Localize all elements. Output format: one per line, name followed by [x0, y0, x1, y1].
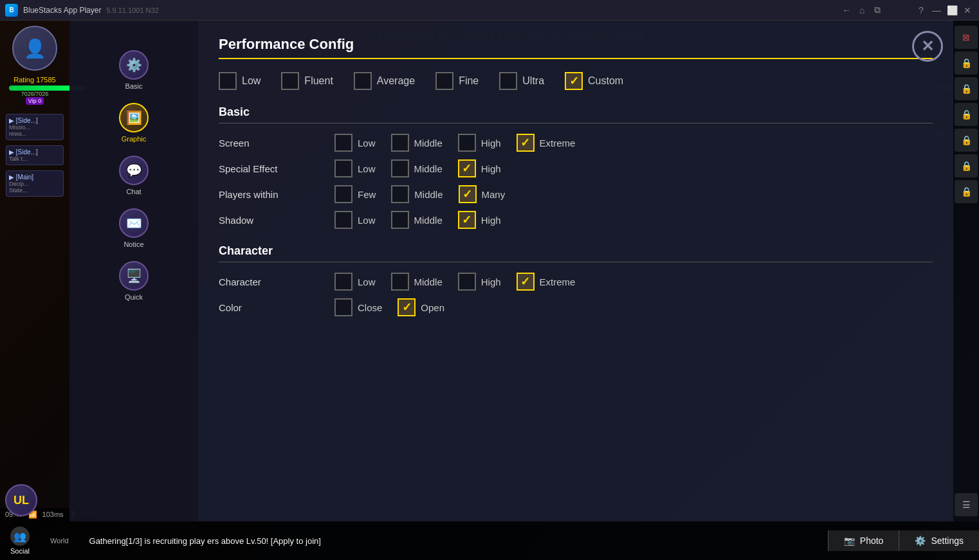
perf-option-low[interactable]: Low — [219, 72, 261, 90]
checkbox-character-middle[interactable] — [391, 273, 409, 291]
modal-title: Performance Config — [219, 36, 933, 59]
right-sidebar-btn-6: 🔒 — [955, 154, 978, 177]
checkbox-special-high[interactable] — [458, 159, 476, 177]
basic-section: Basic Screen Low Middle — [219, 105, 933, 229]
right-sidebar-drone: 🔒 — [955, 51, 978, 75]
color-opt-open[interactable]: Open — [398, 298, 444, 316]
special-effect-options: Low Middle High — [334, 159, 933, 177]
player-avatar[interactable]: 👤 — [12, 26, 57, 71]
label-fluent: Fluent — [304, 75, 333, 87]
right-sidebar-btn-5: 🔒 — [955, 129, 978, 152]
social-button[interactable]: 👥 Social — [0, 527, 40, 555]
screen-opt-extreme[interactable]: Extreme — [517, 134, 576, 152]
settings-icon: ⚙️ — [915, 536, 926, 546]
perf-option-fine[interactable]: Fine — [435, 72, 479, 90]
ul-badge[interactable]: UL — [5, 484, 37, 516]
nav-panel: ⚙️ Basic 🖼️ Graphic 💬 Chat ✉️ Notice 🖥️ … — [69, 21, 198, 521]
shadow-middle-label: Middle — [414, 215, 443, 226]
perf-option-average[interactable]: Average — [354, 72, 415, 90]
settings-button[interactable]: ⚙️ Settings — [899, 530, 979, 551]
checkbox-color-open[interactable] — [398, 298, 416, 316]
screen-opt-low[interactable]: Low — [334, 134, 376, 152]
checkbox-screen-low[interactable] — [334, 134, 352, 152]
photo-button[interactable]: 📷 Photo — [828, 530, 899, 551]
screen-extreme-label: Extreme — [540, 138, 576, 149]
help-button[interactable]: ? — [915, 4, 928, 17]
restore-button[interactable]: ⬜ — [946, 4, 958, 17]
shadow-opt-middle[interactable]: Middle — [391, 211, 443, 229]
titlebar: B BlueStacks App Player 5.9.11.1001 N32 … — [0, 0, 979, 21]
nav-chat[interactable]: 💬 Chat — [115, 152, 152, 199]
label-custom: Custom — [588, 75, 623, 87]
checkbox-players-few[interactable] — [334, 185, 352, 203]
quest-item-3[interactable]: ▶ [Main] Decip... State... — [6, 170, 64, 197]
quest-item-1[interactable]: ▶ [Side...] Missio... rewa... — [6, 114, 64, 140]
checkbox-special-low[interactable] — [334, 159, 352, 177]
checkbox-average[interactable] — [354, 72, 372, 90]
character-row: Character Low Middle High — [219, 273, 933, 291]
checkbox-screen-middle[interactable] — [391, 134, 409, 152]
character-opt-high[interactable]: High — [458, 273, 501, 291]
special-opt-middle[interactable]: Middle — [391, 159, 443, 177]
color-opt-close[interactable]: Close — [334, 298, 382, 316]
nav-quick[interactable]: 🖥️ Quick — [115, 257, 152, 305]
shadow-opt-high[interactable]: High — [458, 211, 501, 229]
content-panel: ✕ Performance Config Low Fluent Average — [198, 21, 953, 521]
nav-graphic[interactable]: 🖼️ Graphic — [115, 99, 152, 147]
special-effect-label: Special Effect — [219, 163, 334, 174]
modal-overlay: ⚙️ Basic 🖼️ Graphic 💬 Chat ✉️ Notice 🖥️ … — [69, 21, 953, 521]
perf-option-custom[interactable]: Custom — [565, 72, 623, 90]
special-opt-low[interactable]: Low — [334, 159, 376, 177]
world-button[interactable]: World — [40, 537, 79, 545]
checkbox-players-middle[interactable] — [391, 185, 409, 203]
checkbox-custom[interactable] — [565, 72, 583, 90]
checkbox-players-many[interactable] — [459, 185, 477, 203]
players-opt-middle[interactable]: Middle — [391, 185, 443, 203]
screen-opt-middle[interactable]: Middle — [391, 134, 443, 152]
checkbox-shadow-low[interactable] — [334, 211, 352, 229]
players-opt-few[interactable]: Few — [334, 185, 376, 203]
label-average: Average — [377, 75, 415, 87]
modal-close-button[interactable]: ✕ — [912, 31, 943, 62]
back-button[interactable]: ← — [840, 4, 853, 17]
character-opt-middle[interactable]: Middle — [391, 273, 443, 291]
right-sidebar-btn-1[interactable]: ⊠ — [955, 26, 978, 49]
checkbox-screen-high[interactable] — [458, 134, 476, 152]
nav-notice[interactable]: ✉️ Notice — [115, 204, 152, 252]
minimize-button[interactable]: — — [930, 4, 943, 17]
checkbox-fluent[interactable] — [281, 72, 299, 90]
perf-option-ultra[interactable]: Ultra — [499, 72, 544, 90]
right-sidebar-settings[interactable]: ☰ — [955, 493, 978, 516]
checkbox-fine[interactable] — [435, 72, 453, 90]
checkbox-character-high[interactable] — [458, 273, 476, 291]
color-options: Close Open — [334, 298, 933, 316]
nav-basic[interactable]: ⚙️ Basic — [115, 46, 152, 94]
character-opt-low[interactable]: Low — [334, 273, 376, 291]
checkbox-character-extreme[interactable] — [517, 273, 535, 291]
perf-option-fluent[interactable]: Fluent — [281, 72, 333, 90]
close-window-button[interactable]: ✕ — [961, 4, 974, 17]
home-button[interactable]: ⌂ — [855, 4, 868, 17]
shadow-opt-low[interactable]: Low — [334, 211, 376, 229]
character-opt-extreme[interactable]: Extreme — [517, 273, 576, 291]
checkbox-low[interactable] — [219, 72, 237, 90]
quick-icon: 🖥️ — [119, 261, 149, 291]
quest-title-3: ▶ [Main] — [9, 174, 60, 181]
checkbox-ultra[interactable] — [499, 72, 517, 90]
graphic-icon: 🖼️ — [119, 103, 149, 132]
checkbox-screen-extreme[interactable] — [517, 134, 535, 152]
checkbox-color-close[interactable] — [334, 298, 352, 316]
quest-item-2[interactable]: ▶ [Side...] Talk t... — [6, 145, 64, 165]
checkbox-special-middle[interactable] — [391, 159, 409, 177]
character-low-label: Low — [358, 276, 376, 287]
titlebar-controls: ← ⌂ ⧉ ? — ⬜ ✕ — [840, 4, 974, 17]
color-open-label: Open — [421, 302, 444, 313]
checkbox-shadow-high[interactable] — [458, 211, 476, 229]
players-opt-many[interactable]: Many — [459, 185, 506, 203]
special-opt-high[interactable]: High — [458, 159, 501, 177]
screen-high-label: High — [481, 138, 501, 149]
checkbox-character-low[interactable] — [334, 273, 352, 291]
tab-button[interactable]: ⧉ — [871, 4, 884, 17]
checkbox-shadow-middle[interactable] — [391, 211, 409, 229]
screen-opt-high[interactable]: High — [458, 134, 501, 152]
